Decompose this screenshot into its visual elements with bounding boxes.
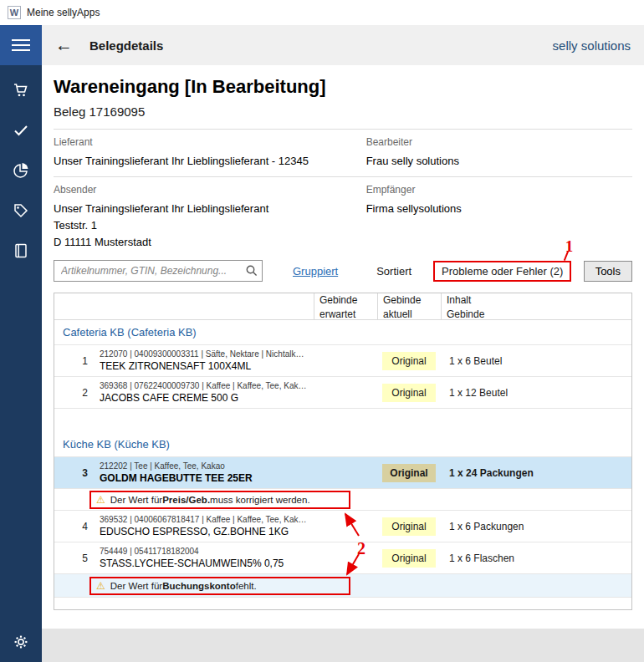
row-number: 4	[54, 511, 93, 542]
field-lieferant: Lieferant Unser Trainingslieferant Ihr L…	[54, 136, 366, 170]
column-header-gebinde-erwartet: Gebinde erwartet	[314, 293, 377, 319]
divider	[54, 176, 632, 177]
back-button[interactable]: ←	[55, 35, 73, 55]
window-titlebar: W Meine sellyApps	[0, 0, 644, 25]
article-cell: 754449 | 05411718182004 STASS.LYCHEE-SCH…	[93, 542, 314, 573]
journal-icon[interactable]	[0, 231, 42, 271]
warning-text: Der Wert für	[110, 495, 162, 505]
gear-icon[interactable]	[0, 622, 42, 662]
table-row[interactable]: 2 369368 | 07622400009730 | Kaffee | Kaf…	[54, 377, 631, 409]
article-info: 369368 | 07622400009730 | Kaffee | Kaffe…	[100, 381, 307, 390]
table-row-selected[interactable]: 3 212202 | Tee | Kaffee, Tee, Kakao GOLD…	[54, 457, 631, 489]
group-header-cafeteria[interactable]: Cafeteria KB (Cafeteria KB)	[54, 320, 631, 345]
article-name: STASS.LYCHEE-SCHAUMWEIN5% 0,75	[100, 558, 307, 569]
warning-text: Der Wert für	[110, 581, 162, 591]
field-label: Empfänger	[366, 184, 632, 196]
warning-icon: ⚠	[96, 494, 105, 506]
document-number: Beleg 17169095	[54, 104, 632, 120]
status-footer	[42, 629, 644, 662]
gebinde-aktuell-badge[interactable]: Original	[382, 549, 436, 568]
article-info: 754449 | 05411718182004	[100, 547, 307, 556]
field-label: Absender	[54, 184, 366, 196]
table-row[interactable]: 1 212070 | 04009300003311 | Säfte, Nekta…	[54, 345, 631, 377]
field-bearbeiter: Bearbeiter Frau selly solutions	[366, 136, 632, 170]
group-header-label: Cafeteria KB (Cafeteria KB)	[63, 326, 197, 339]
table-row[interactable]: 4 369532 | 04006067818417 | Kaffee | Kaf…	[54, 511, 631, 542]
field-value-line: Unser Trainingslieferant Ihr Lieblingsli…	[54, 201, 366, 217]
row-number: 3	[54, 457, 93, 488]
divider	[54, 129, 632, 130]
search-input[interactable]	[54, 260, 263, 282]
warning-message-buchungskonto: ⚠ Der Wert für Buchungskonto fehlt.	[89, 577, 350, 595]
article-cell: 212202 | Tee | Kaffee, Tee, Kakao GOLDM …	[93, 457, 314, 488]
gebinde-aktuell-badge[interactable]: Original	[382, 352, 436, 370]
field-label: Lieferant	[54, 136, 366, 148]
gebinde-aktuell-badge[interactable]: Original	[382, 517, 436, 536]
hamburger-menu-button[interactable]	[0, 25, 42, 65]
field-value: Frau selly solutions	[366, 153, 632, 170]
article-name: GOLDM HAGEBUTTE TEE 25ER	[100, 472, 307, 484]
article-name: EDUSCHO ESPRESSO, GZ.BOHNE 1KG	[100, 526, 307, 537]
search-icon[interactable]	[245, 264, 258, 280]
page-header: ← Belegdetails selly solutions	[42, 25, 644, 65]
table-header-row: Gebinde erwartet Gebinde aktuell Inhalt …	[54, 293, 631, 320]
warning-text: muss korrigiert werden.	[210, 495, 310, 505]
article-cell: 369368 | 07622400009730 | Kaffee | Kaffe…	[93, 377, 314, 408]
window-title: Meine sellyApps	[27, 7, 100, 18]
field-empfaenger: Empfänger Firma sellysolutions	[366, 184, 632, 251]
sorted-toggle[interactable]: Sortiert	[376, 265, 411, 278]
inhalt-cell: 1 x 12 Beutel	[441, 377, 631, 408]
row-number: 2	[54, 377, 93, 408]
group-header-kueche[interactable]: Küche KB (Küche KB)	[54, 432, 631, 457]
gebinde-aktuell-badge[interactable]: Original	[382, 464, 436, 482]
inhalt-cell: 1 x 6 Packungen	[441, 511, 631, 542]
field-value-line: Teststr. 1	[54, 217, 366, 234]
document-title: Wareneingang [In Bearbeitung]	[54, 75, 632, 99]
cart-icon[interactable]	[0, 70, 42, 110]
article-cell: 369532 | 04006067818417 | Kaffee | Kaffe…	[93, 511, 314, 542]
list-toolbar: Gruppiert Sortiert Probleme oder Fehler …	[54, 259, 632, 283]
field-value: Firma sellysolutions	[366, 201, 632, 217]
positions-table: Gebinde erwartet Gebinde aktuell Inhalt …	[54, 293, 632, 610]
problems-filter-wrap: Probleme oder Fehler (2) 1	[433, 261, 571, 282]
warning-term: Preis/Geb.	[162, 495, 210, 505]
table-bottom-padding	[54, 598, 631, 609]
check-icon[interactable]	[0, 110, 42, 150]
row-number: 5	[54, 542, 93, 573]
article-info: 212202 | Tee | Kaffee, Tee, Kakao	[100, 461, 307, 471]
field-absender: Absender Unser Trainingslieferant Ihr Li…	[54, 184, 366, 251]
warning-row: ⚠ Der Wert für Preis/Geb. muss korrigier…	[54, 489, 631, 511]
warning-text: fehlt.	[236, 581, 257, 591]
column-header-inhalt-gebinde: Inhalt Gebinde	[441, 293, 631, 319]
article-info: 369532 | 04006067818417 | Kaffee | Kaffe…	[100, 515, 307, 524]
page-header-title: Belegdetails	[89, 38, 163, 53]
inhalt-cell: 1 x 6 Flaschen	[441, 542, 631, 573]
warning-message-preis: ⚠ Der Wert für Preis/Geb. muss korrigier…	[89, 491, 350, 509]
grouped-toggle[interactable]: Gruppiert	[293, 265, 338, 278]
group-spacer	[54, 409, 631, 432]
warning-icon: ⚠	[96, 580, 105, 592]
gebinde-aktuell-badge[interactable]: Original	[382, 384, 436, 402]
table-row[interactable]: 5 754449 | 05411718182004 STASS.LYCHEE-S…	[54, 542, 631, 574]
article-cell: 212070 | 04009300003311 | Säfte, Nektare…	[93, 345, 314, 376]
field-value: Unser Trainingslieferant Ihr Lieblingsli…	[54, 153, 366, 170]
app-icon: W	[8, 6, 21, 19]
pie-chart-icon[interactable]	[0, 150, 42, 191]
warning-term: Buchungskonto	[162, 581, 236, 591]
article-name: JACOBS CAFE CREME 500 G	[100, 392, 307, 404]
inhalt-cell: 1 x 24 Packungen	[441, 457, 631, 488]
field-label: Bearbeiter	[366, 136, 632, 148]
sidebar	[0, 25, 42, 662]
row-number: 1	[54, 345, 93, 376]
tag-icon[interactable]	[0, 191, 42, 231]
field-value-line: D 11111 Musterstadt	[54, 234, 366, 251]
tools-button[interactable]: Tools	[584, 261, 632, 282]
brand-label: selly solutions	[553, 38, 631, 53]
warning-row: ⚠ Der Wert für Buchungskonto fehlt.	[54, 574, 631, 598]
inhalt-cell: 1 x 6 Beutel	[441, 345, 631, 376]
column-header-gebinde-aktuell: Gebinde aktuell	[377, 293, 441, 319]
article-info: 212070 | 04009300003311 | Säfte, Nektare…	[100, 349, 307, 359]
article-name: TEEK ZITRONENSAFT 100X4ML	[100, 360, 307, 372]
problems-filter[interactable]: Probleme oder Fehler (2)	[433, 261, 571, 282]
group-header-label: Küche KB (Küche KB)	[63, 438, 170, 451]
